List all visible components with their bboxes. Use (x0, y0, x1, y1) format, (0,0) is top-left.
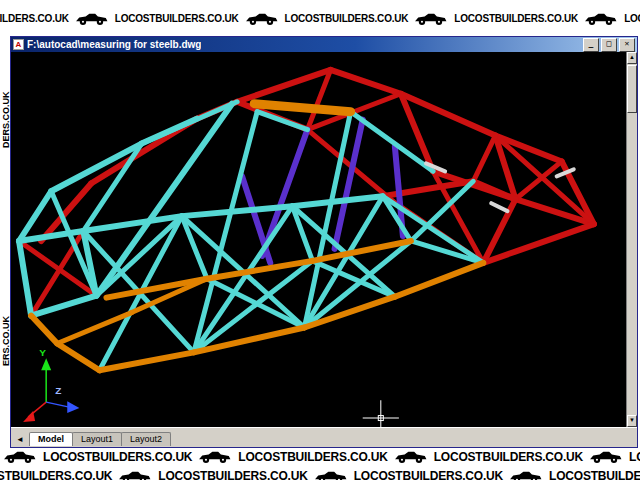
watermark-text: LOCOSTBUILDERS.CO.UK (434, 450, 583, 464)
scrollbar-thumb[interactable] (627, 65, 637, 113)
watermark-text: LOCOSTBUILDERS.CO.UK (624, 13, 640, 24)
watermark-left-text-bottom: ERS.CO.UK (1, 316, 10, 366)
watermark-text: LOCOSTBUILDERS.CO.UK (238, 450, 387, 464)
dwg-file-icon: A (13, 39, 24, 50)
watermark-text: LOCOSTBUILDERS.CO.UK (43, 450, 192, 464)
watermark-row: LOCOSTBUILDERS.CO.UKLOCOSTBUILDERS.CO.UK… (0, 448, 640, 465)
autocad-window: A F:\autocad\measuring for steelb.dwg _ … (10, 36, 638, 448)
car-logo-icon (414, 11, 448, 26)
ucs-z-label: Z (55, 385, 61, 396)
watermark-left-text-top: DERS.CO.UK (1, 91, 10, 148)
window-controls: _ □ ✕ (583, 38, 635, 52)
vertical-scrollbar[interactable]: ▲ ▼ (626, 52, 637, 427)
tab-model[interactable]: Model (29, 432, 73, 446)
watermark-text: LOCOSTBUILDERS.CO.UK (454, 13, 578, 24)
car-logo-icon (584, 11, 618, 26)
car-logo-icon (75, 11, 109, 26)
tab-layout1[interactable]: Layout1 (72, 432, 122, 446)
chassis-wireframe-viewport: Y Z (11, 52, 626, 427)
ucs-z-arrow (67, 401, 79, 413)
car-logo-icon (198, 449, 232, 464)
ucs-x-arrow (23, 411, 35, 422)
car-logo-icon (394, 449, 428, 464)
car-logo-icon (509, 469, 543, 480)
car-logo-icon (314, 469, 348, 480)
watermark-text: LOCOSTBUILDERS.CO.UK (285, 13, 409, 24)
window-main: Y Z ▲ ▼ (11, 52, 637, 427)
watermark-text: LOCOSTBUILDERS.CO.UK (549, 469, 640, 480)
tab-nav-arrow-icon[interactable]: ◄ (16, 435, 24, 444)
crosshair-cursor (363, 400, 399, 427)
drawing-canvas[interactable]: Y Z (11, 52, 626, 427)
chassis-members (19, 70, 594, 370)
layout-tabs: ModelLayout1Layout2 (29, 428, 170, 446)
watermark-strip-left: DERS.CO.UK ERS.CO.UK (0, 36, 10, 448)
ucs-y-label: Y (39, 347, 46, 358)
ucs-y-arrow (41, 358, 51, 370)
watermark-text: LOCOSTBUILDERS.CO.UK (158, 469, 307, 480)
watermark-strip-bottom: LOCOSTBUILDERS.CO.UKLOCOSTBUILDERS.CO.UK… (0, 448, 640, 480)
ucs-icon: Y Z (23, 347, 79, 422)
watermark-text: LOCOSTBUILDERS.CO.UK (0, 13, 69, 24)
title-bar[interactable]: A F:\autocad\measuring for steelb.dwg _ … (11, 37, 637, 52)
watermark-text: LOCOSTBUILDERS.CO.UK (0, 469, 112, 480)
tab-layout2[interactable]: Layout2 (121, 432, 171, 446)
watermark-strip-top: LOCOSTBUILDERS.CO.UKLOCOSTBUILDERS.CO.UK… (0, 0, 640, 36)
car-logo-icon (3, 449, 37, 464)
watermark-row: LOCOSTBUILDERS.CO.UKLOCOSTBUILDERS.CO.UK… (0, 465, 640, 480)
watermark-text: LOCOSTBUILDERS.CO.UK (629, 450, 640, 464)
scroll-up-icon[interactable]: ▲ (627, 52, 637, 64)
car-logo-icon (245, 11, 279, 26)
scroll-down-icon[interactable]: ▼ (627, 415, 637, 427)
minimize-button[interactable]: _ (583, 38, 599, 52)
close-button[interactable]: ✕ (619, 38, 635, 52)
car-logo-icon (118, 469, 152, 480)
layout-tabbar: ◄ ModelLayout1Layout2 (11, 427, 637, 447)
window-title: F:\autocad\measuring for steelb.dwg (27, 39, 201, 50)
watermark-text: LOCOSTBUILDERS.CO.UK (354, 469, 503, 480)
watermark-text: LOCOSTBUILDERS.CO.UK (115, 13, 239, 24)
watermark-row: LOCOSTBUILDERS.CO.UKLOCOSTBUILDERS.CO.UK… (0, 0, 640, 36)
maximize-button[interactable]: □ (601, 38, 617, 52)
car-logo-icon (589, 449, 623, 464)
